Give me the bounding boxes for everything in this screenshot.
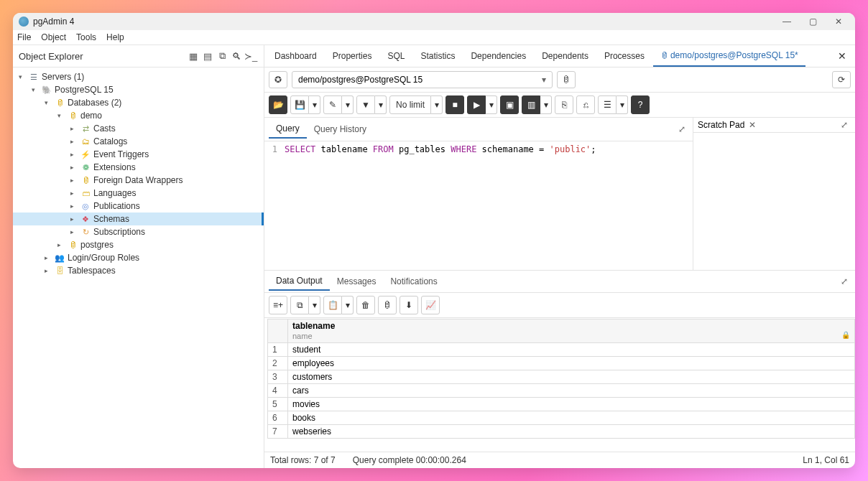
delete-row-button[interactable]: 🗑 — [356, 296, 375, 314]
help-button[interactable]: ? — [631, 95, 650, 114]
add-row-button[interactable]: ≡+ — [269, 296, 287, 314]
macros-button[interactable]: ☰ — [598, 95, 617, 114]
explorer-btn-2-icon[interactable]: ▤ — [200, 49, 215, 63]
menu-object[interactable]: Object — [41, 32, 66, 42]
cell-tablename[interactable]: webseries — [288, 425, 855, 439]
data-output-tab[interactable]: Data Output — [269, 272, 330, 291]
result-grid[interactable]: tablename name 🔒 1student2employees3cust… — [267, 319, 855, 439]
tab-querytool[interactable]: 🛢demo/postgres@PostgreSQL 15* — [653, 45, 805, 67]
download-button[interactable]: ⬇ — [400, 296, 418, 314]
graph-button[interactable]: 📈 — [421, 296, 440, 314]
tree-subscriptions[interactable]: ▸↻Subscriptions — [13, 225, 264, 238]
explorer-terminal-icon[interactable]: ≻_ — [244, 49, 258, 63]
save-data-button[interactable]: 🛢 — [378, 296, 397, 314]
cell-tablename[interactable]: movies — [288, 398, 855, 411]
tree-db-demo[interactable]: ▾🛢demo — [13, 109, 264, 122]
query-history-tab[interactable]: Query History — [307, 121, 374, 138]
explorer-search-icon[interactable]: 🔍︎ — [229, 49, 244, 63]
save-menu-button[interactable]: ▾ — [309, 95, 320, 114]
table-row[interactable]: 3customers — [268, 370, 855, 384]
tree-catalogs[interactable]: ▸🗂Catalogs — [13, 135, 264, 148]
copy-button[interactable]: ⧉ — [290, 296, 309, 314]
tab-dashboard[interactable]: Dashboard — [267, 46, 324, 66]
object-tree[interactable]: ▾☰Servers (1) ▾🐘PostgreSQL 15 ▾🛢Database… — [13, 67, 264, 468]
tab-dependents[interactable]: Dependents — [535, 46, 596, 66]
limit-dropdown[interactable]: No limit — [389, 95, 431, 114]
window-close-button[interactable]: ✕ — [828, 17, 849, 27]
table-row[interactable]: 4cars — [268, 384, 855, 398]
commit-button[interactable]: ⎘ — [555, 95, 573, 114]
messages-tab[interactable]: Messages — [330, 273, 384, 290]
limit-menu-button[interactable]: ▾ — [431, 95, 443, 114]
tab-properties[interactable]: Properties — [326, 46, 379, 66]
filter-button[interactable]: ▼ — [356, 95, 375, 114]
scratch-close-icon[interactable]: ✕ — [749, 120, 756, 130]
tab-sql[interactable]: SQL — [380, 46, 412, 66]
tab-statistics[interactable]: Statistics — [413, 46, 462, 66]
tree-fdw[interactable]: ▸🛢Foreign Data Wrappers — [13, 174, 264, 187]
edit-button[interactable]: ✎ — [323, 95, 342, 114]
edit-menu-button[interactable]: ▾ — [342, 95, 354, 114]
tree-roles[interactable]: ▸👥Login/Group Roles — [13, 251, 264, 264]
macros-menu-button[interactable]: ▾ — [617, 95, 628, 114]
expand-output-icon[interactable]: ⤢ — [838, 276, 851, 286]
menu-file[interactable]: File — [17, 32, 31, 42]
save-button[interactable]: 💾 — [290, 95, 309, 114]
tree-casts[interactable]: ▸⇄Casts — [13, 122, 264, 135]
expand-scratch-icon[interactable]: ⤢ — [838, 120, 851, 130]
menu-tools[interactable]: Tools — [76, 32, 96, 42]
tree-tablespaces[interactable]: ▸🗄Tablespaces — [13, 264, 264, 277]
cell-tablename[interactable]: student — [288, 343, 855, 357]
column-header-tablename[interactable]: tablename name 🔒 — [288, 319, 855, 343]
filter-menu-button[interactable]: ▾ — [375, 95, 387, 114]
explain-button[interactable]: ▣ — [500, 95, 519, 114]
scratch-pad-body[interactable] — [693, 133, 855, 270]
query-editor-tab[interactable]: Query — [269, 120, 307, 139]
table-row[interactable]: 5movies — [268, 398, 855, 411]
open-file-button[interactable]: 📂 — [269, 95, 287, 114]
tab-close-button[interactable]: ✕ — [832, 50, 852, 62]
execute-menu-button[interactable]: ▾ — [486, 95, 497, 114]
explain-analyze-button[interactable]: ▥ — [522, 95, 540, 114]
cell-tablename[interactable]: employees — [288, 357, 855, 370]
execute-button[interactable]: ▶ — [467, 95, 486, 114]
tab-processes[interactable]: Processes — [597, 46, 652, 66]
tree-publications[interactable]: ▸◎Publications — [13, 200, 264, 213]
reset-button[interactable]: ⟳ — [832, 71, 851, 88]
copy-menu-button[interactable]: ▾ — [309, 296, 320, 314]
new-connection-button[interactable]: 🛢 — [557, 71, 576, 88]
expand-editor-icon[interactable]: ⤢ — [675, 124, 688, 134]
cell-tablename[interactable]: customers — [288, 370, 855, 384]
table-row[interactable]: 2employees — [268, 357, 855, 370]
catalogs-icon: 🗂 — [80, 136, 91, 146]
explain-menu-button[interactable]: ▾ — [540, 95, 552, 114]
tab-dependencies[interactable]: Dependencies — [463, 46, 533, 66]
explorer-btn-3-icon[interactable]: ⧉ — [215, 49, 229, 63]
tree-databases[interactable]: ▾🛢Databases (2) — [13, 96, 264, 109]
cell-tablename[interactable]: cars — [288, 384, 855, 398]
tree-event-triggers[interactable]: ▸⚡Event Triggers — [13, 148, 264, 161]
table-row[interactable]: 6books — [268, 411, 855, 425]
table-row[interactable]: 1student — [268, 343, 855, 357]
tree-extensions[interactable]: ▸❁Extensions — [13, 161, 264, 174]
rollback-button[interactable]: ⎌ — [576, 95, 595, 114]
table-row[interactable]: 7webseries — [268, 425, 855, 439]
tree-languages[interactable]: ▸🗃Languages — [13, 187, 264, 200]
cell-tablename[interactable]: books — [288, 411, 855, 425]
window-minimize-button[interactable]: — — [776, 17, 798, 27]
window-maximize-button[interactable]: ▢ — [802, 17, 823, 27]
tree-pg15[interactable]: ▾🐘PostgreSQL 15 — [13, 83, 264, 96]
main-tabs: Dashboard Properties SQL Statistics Depe… — [264, 45, 855, 67]
sql-editor[interactable]: 1 SELECT tablename FROM pg_tables WHERE … — [264, 141, 693, 270]
stop-button[interactable]: ■ — [445, 95, 464, 114]
tree-schemas[interactable]: ▸❖Schemas — [13, 213, 264, 225]
connection-status-icon[interactable]: ✪ — [269, 71, 287, 88]
paste-button[interactable]: 📋 — [323, 296, 342, 314]
explorer-btn-1-icon[interactable]: ▦ — [186, 49, 200, 63]
menu-help[interactable]: Help — [106, 32, 124, 42]
tree-servers[interactable]: ▾☰Servers (1) — [13, 70, 264, 83]
paste-menu-button[interactable]: ▾ — [342, 296, 354, 314]
tree-db-postgres[interactable]: ▸🛢postgres — [13, 238, 264, 251]
notifications-tab[interactable]: Notifications — [383, 273, 444, 290]
connection-dropdown[interactable]: demo/postgres@PostgreSQL 15 ▾ — [292, 71, 553, 88]
